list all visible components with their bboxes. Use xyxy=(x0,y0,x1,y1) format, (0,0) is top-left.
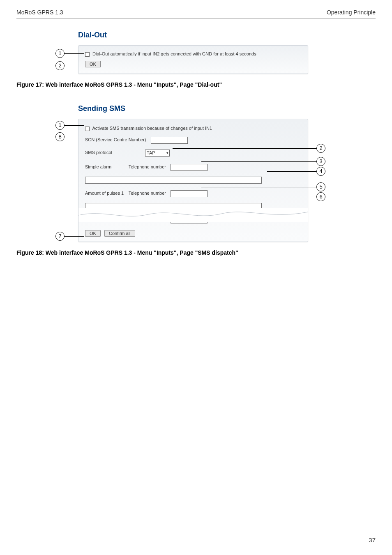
callout-2: 2 xyxy=(55,61,65,70)
callout-2b: 2 xyxy=(316,144,325,153)
confirm-all-button[interactable]: Confirm all xyxy=(104,230,135,237)
scn-label: SCN (Service Centre Number) xyxy=(85,137,146,142)
pulses1-phone-input[interactable] xyxy=(171,190,208,197)
protocol-label: SMS protocol xyxy=(85,150,141,155)
pulses1-label: Amount of pulses 1 xyxy=(85,191,124,196)
header-left: MoRoS GPRS 1.3 xyxy=(16,9,63,16)
dialout-auto-label: Dial-Out automatically if input IN2 gets… xyxy=(92,51,256,56)
simple-alarm-label: Simple alarm xyxy=(85,164,124,169)
simple-alarm-text-input[interactable] xyxy=(85,177,262,184)
activate-sms-label: Activate SMS transmission because of cha… xyxy=(92,126,212,131)
header-right: Operating Principle xyxy=(327,9,376,16)
simple-alarm-phone-input[interactable] xyxy=(171,164,208,171)
callout-5: 5 xyxy=(316,182,325,191)
dialout-title: Dial-Out xyxy=(78,31,376,39)
protocol-select[interactable]: TAP xyxy=(145,150,170,157)
callout-3: 3 xyxy=(316,157,325,166)
callout-7: 7 xyxy=(55,232,65,241)
tel-label-2: Telephone number xyxy=(129,191,166,196)
wave-cut xyxy=(78,208,308,222)
scn-input[interactable] xyxy=(151,137,188,144)
figure-17-caption: Figure 17: Web interface MoRoS GPRS 1.3 … xyxy=(16,81,376,88)
sms-title: Sending SMS xyxy=(78,104,376,113)
dialout-panel: Dial-Out Dial-Out automatically if input… xyxy=(78,31,376,74)
dialout-auto-checkbox[interactable] xyxy=(85,52,90,57)
callout-1: 1 xyxy=(55,49,65,58)
callout-1b: 1 xyxy=(55,121,65,130)
callout-8: 8 xyxy=(55,132,65,141)
callout-4: 4 xyxy=(316,167,325,176)
sms-panel: Sending SMS Activate SMS transmission be… xyxy=(78,104,376,242)
figure-18-caption: Figure 18: Web interface MoRoS GPRS 1.3 … xyxy=(16,249,376,256)
tel-label-1: Telephone number xyxy=(129,164,166,169)
callout-6: 6 xyxy=(316,192,325,201)
activate-sms-checkbox[interactable] xyxy=(85,127,90,131)
page-number: 37 xyxy=(369,537,376,543)
sms-ok-button[interactable]: OK xyxy=(85,230,101,237)
dialout-ok-button[interactable]: OK xyxy=(85,61,101,67)
